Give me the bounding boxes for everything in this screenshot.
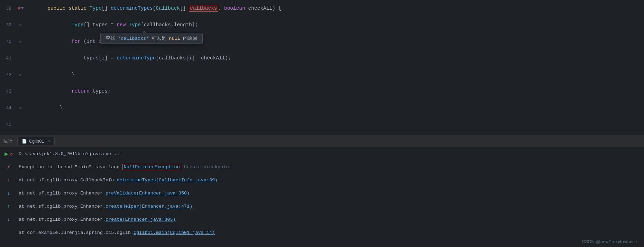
breakpoint-marker-39: ▷ <box>20 23 22 27</box>
exception-icon: ⚡ <box>7 163 10 170</box>
exception-prefix: Exception in thread "main" java.lang. <box>19 164 122 170</box>
stack-trace-4-prefix: at net.sf.cglib.proxy.Enhancer. <box>19 217 105 222</box>
arrow-down-double-icon: ⇓ <box>7 190 10 197</box>
stack-trace-2-prefix: at net.sf.cglib.proxy.Enhancer. <box>19 191 105 196</box>
code-line-44: 44 ▷ } <box>0 99 644 116</box>
tooltip-mid: ' 可以是 <box>146 36 169 41</box>
code-47-content: CallbackGenerator[] generators = new Cal… <box>26 133 644 135</box>
gutter-icon-38: @ ▼ <box>16 6 26 11</box>
run-line-main: at com.example.lurenjia.spring.c15.cglib… <box>0 226 644 239</box>
run-gutter-5: ↑ <box>0 203 17 209</box>
line-number-38: 38 <box>0 6 16 11</box>
tooltip-value: null <box>169 36 180 41</box>
run-gutter-exception: ⚡ <box>0 163 17 170</box>
run-content-createhelper: at net.sf.cglib.proxy.Enhancer.createHel… <box>17 204 644 209</box>
null-reason-tooltip[interactable]: 查找 'callbacks' 可以是 null 的原因 <box>100 33 203 44</box>
run-line-prevalidate: ⇓ at net.sf.cglib.proxy.Enhancer.preVali… <box>0 187 644 200</box>
run-gutter-4: ⇓ <box>0 190 17 197</box>
watermark-text: CSDN @newProxyInstance <box>582 239 637 244</box>
reload-icon: ↺ <box>10 151 12 157</box>
run-content-callbackinfo: at net.sf.cglib.proxy.CallbackInfo.deter… <box>17 178 644 183</box>
gutter-icon-39: ▷ <box>16 23 26 27</box>
run-gutter-1: ▶ ↺ <box>0 150 17 158</box>
collapse-arrow[interactable]: ▼ <box>21 6 24 10</box>
play-icon: ▶ <box>4 150 8 158</box>
code-46-content: public static CallbackGenerator[] getGen… <box>26 116 644 135</box>
java-exe-text: D:\Java\jdk1.8.0_201\bin\java.exe ... <box>19 151 122 156</box>
run-line-exception: ⚡ Exception in thread "main" java.lang.N… <box>0 160 644 173</box>
stack-trace-5-prefix: at com.example.lurenjia.spring.c15.cglib… <box>19 230 134 235</box>
line-number-40: 40 <box>0 39 16 44</box>
run-line-createhelper: ↑ at net.sf.cglib.proxy.Enhancer.createH… <box>0 200 644 213</box>
gutter-icon-40: ▷ <box>16 39 26 44</box>
stack-trace-1-prefix: at net.sf.cglib.proxy.CallbackInfo. <box>19 178 117 183</box>
run-line-callbackinfo: ↑ at net.sf.cglib.proxy.CallbackInfo.det… <box>0 173 644 187</box>
arrow-down-icon: ↓ <box>7 217 10 222</box>
line-number-43: 43 <box>0 89 16 94</box>
tab-close-icon[interactable]: ✕ <box>47 139 50 143</box>
run-content-exception: Exception in thread "main" java.lang.Nul… <box>17 164 644 170</box>
line-number-44: 44 <box>0 105 16 111</box>
cglib01-tab[interactable]: 📄 Cglib01 ✕ <box>17 137 55 145</box>
stack-trace-4-link[interactable]: create(Enhancer.java:305) <box>105 217 176 222</box>
tab-label: Cglib01 <box>29 139 44 144</box>
line-number-39: 39 <box>0 22 16 28</box>
run-gutter-3: ↑ <box>0 177 17 183</box>
run-line-java-exe: ▶ ↺ D:\Java\jdk1.8.0_201\bin\java.exe ..… <box>0 147 644 160</box>
line-number-45: 45 <box>0 122 16 127</box>
stack-trace-1-link[interactable]: determineTypes(CallbackInfo.java:39) <box>117 178 218 183</box>
line-number-42: 42 <box>0 72 16 77</box>
run-line-create: ↓ at net.sf.cglib.proxy.Enhancer.create(… <box>0 213 644 226</box>
stack-trace-5-link[interactable]: Cglib01.main(Cglib01.java:14) <box>134 230 215 235</box>
tooltip-prefix: 查找 ' <box>105 36 121 41</box>
create-breakpoint-text: Create breakpoint <box>181 164 232 170</box>
null-pointer-exception[interactable]: NullPointerException <box>122 164 181 170</box>
arrow-up2-icon: ↑ <box>7 203 10 209</box>
line-number-41: 41 <box>0 56 16 61</box>
panel-divider: 运行: 📄 Cglib01 ✕ <box>0 135 644 147</box>
run-content-main: at com.example.lurenjia.spring.c15.cglib… <box>17 230 644 235</box>
run-panel: ▶ ↺ D:\Java\jdk1.8.0_201\bin\java.exe ..… <box>0 147 644 247</box>
stack-trace-3-prefix: at net.sf.cglib.proxy.Enhancer. <box>19 204 105 209</box>
run-content-prevalidate: at net.sf.cglib.proxy.Enhancer.preValida… <box>17 191 644 196</box>
tooltip-suffix: 的原因 <box>180 36 197 41</box>
tab-file-icon: 📄 <box>22 139 27 144</box>
watermark: CSDN @newProxyInstance <box>582 239 637 244</box>
at-symbol: @ <box>18 6 21 11</box>
run-content-create: at net.sf.cglib.proxy.Enhancer.create(En… <box>17 217 644 222</box>
run-label: 运行: <box>3 138 14 144</box>
stack-trace-3-link[interactable]: createHelper(Enhancer.java:471) <box>105 204 192 209</box>
arrow-up-icon: ↑ <box>7 177 10 183</box>
editor-area: 38 @ ▼ public static Type[] determineTyp… <box>0 0 644 135</box>
tooltip-keyword: callbacks <box>121 36 146 41</box>
gutter-icon-42: ▷ <box>16 73 26 77</box>
run-content-java-exe: D:\Java\jdk1.8.0_201\bin\java.exe ... <box>17 151 644 156</box>
stack-trace-2-link[interactable]: preValidate(Enhancer.java:350) <box>105 191 190 196</box>
gutter-icon-44: ▷ <box>16 106 26 110</box>
run-gutter-6: ↓ <box>0 217 17 222</box>
